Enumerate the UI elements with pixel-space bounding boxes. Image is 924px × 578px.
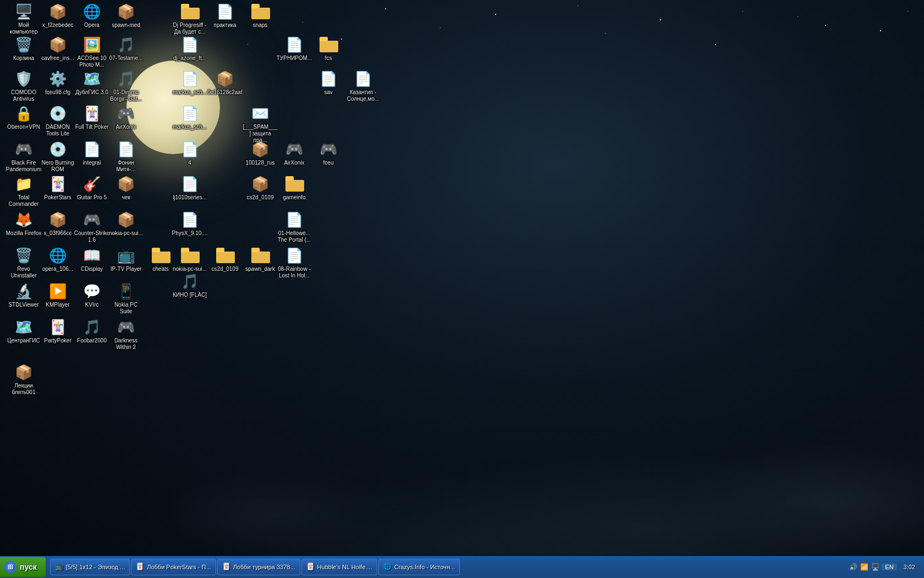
icon-label-darkness-within: Darkness Within 2 <box>107 337 145 351</box>
desktop-icon-comodo[interactable]: 🛡️COMODO Antivirus <box>4 70 43 103</box>
desktop-icon-markus-sch2[interactable]: 📄markus_sch... <box>170 105 209 131</box>
desktop-icon-dj-progresiff[interactable]: Dj Progresiff - Да будет с... <box>170 3 209 36</box>
desktop-icon-dj-azone-ft[interactable]: 📄dj_azone_ft... <box>170 36 209 62</box>
icon-label-dj-azone-ft: dj_azone_ft... <box>172 54 207 62</box>
desktop-icon-lj1010series[interactable]: 📄lj1010series... <box>170 175 209 201</box>
desktop-icon-x-03f966cc[interactable]: 📦x_03f966cc <box>38 211 77 237</box>
desktop-icon-cdisplay[interactable]: 📖CDisplay <box>73 247 111 273</box>
desktop-icon-nokia-pc-sui2[interactable]: nokia-pc-sui... <box>170 247 209 273</box>
desktop-icon-nokia-pc-sui[interactable]: 📦nokia-pc-sui... <box>107 211 145 237</box>
desktop-icon-cavfree-ins[interactable]: 📦cavfree_ins... <box>38 36 77 62</box>
icon-image-revo: 🗑️ <box>15 247 32 264</box>
desktop-icon-fcs[interactable]: fcs <box>309 36 348 62</box>
icon-image-spawn-dark <box>251 247 269 264</box>
desktop-icon-kmplayer[interactable]: ▶️KMPlayer <box>38 282 77 309</box>
desktop-icon-kazantin[interactable]: 📄Казантип - Солнце,мо... <box>344 70 382 103</box>
desktop-icon-darkness-within[interactable]: 🎮Darkness Within 2 <box>107 318 145 351</box>
icon-label-kino-flac: КИНО [FLAC] <box>172 291 208 299</box>
desktop-icon-turniromi[interactable]: 📄ТУРНИРОМ... <box>275 36 314 62</box>
icon-label-opera: Opera <box>83 21 101 29</box>
tray-icon-sound[interactable]: 🔊 <box>849 563 857 571</box>
icon-image-guitar-pro: 🎸 <box>83 175 101 193</box>
icon-image-turniromi: 📄 <box>285 36 303 53</box>
desktop-icon-airxonix[interactable]: 🎮AirXonix <box>107 105 145 131</box>
desktop-icon-fceu[interactable]: 🎮fceu <box>309 140 348 167</box>
desktop-icon-centralgis[interactable]: 🗺️ЦентранГИС <box>4 318 43 345</box>
icon-label-x-03f966cc: x_03f966cc <box>42 230 73 237</box>
desktop-icon-dublyagis[interactable]: 🗺️ДублГИС 3.0 <box>73 70 111 96</box>
desktop-icon-partypoker[interactable]: 🃏PartyPoker <box>38 318 77 345</box>
icon-label-01-hellowe: 01-Hellowe... The Portal (... <box>275 230 314 244</box>
taskbar-app-2-icon: 🃏 <box>136 563 145 571</box>
icon-image-kvirc: 💬 <box>83 282 101 300</box>
icon-label-turniromi: ТУРНИРОМ... <box>276 54 313 62</box>
taskbar-app-4[interactable]: 🃏 Hubble's NL Holfe.... <box>301 559 377 575</box>
icon-label-markus-sch1: markus_sch... <box>172 89 208 96</box>
desktop-icon-mozilla-firefox[interactable]: 🦊Mozilla Firefox <box>4 211 43 237</box>
desktop-icon-lekcii[interactable]: 📦Лекции блять001 <box>4 363 43 396</box>
desktop-icon-markus-sch1[interactable]: 📄markus_sch... <box>170 70 209 96</box>
desktop-icon-nero-burning[interactable]: 💿Nero Burning ROM <box>38 140 77 173</box>
icon-label-praktika: практика <box>212 21 237 29</box>
taskbar-app-3[interactable]: 🃏 Лобби турнира 3378... <box>217 559 300 575</box>
desktop-icon-my-computer[interactable]: 🖥️Мой компьютер <box>4 3 43 36</box>
icon-image-01-dimmu: 🎵 <box>117 70 135 88</box>
desktop-icon-fceu98[interactable]: ⚙️fceu98.cfg <box>38 70 77 96</box>
icon-image-0e16128c2aaf: 📦 <box>216 70 234 88</box>
desktop-icon-snaps[interactable]: snaps <box>241 3 279 29</box>
desktop-icon-spam-zaschita[interactable]: ✉️[___SPAM___] защита пра... <box>241 105 279 144</box>
icon-image-fceu: 🎮 <box>320 140 337 158</box>
desktop-icon-acdsee[interactable]: 🖼️ACDSee 10 Photo M... <box>73 36 111 69</box>
desktop-icon-01-hellowe[interactable]: 📄01-Hellowe... The Portal (... <box>275 211 314 244</box>
icon-label-01-dimmu: 01-Dimmu Borgir--Gat... <box>107 89 145 103</box>
start-button[interactable]: ⊞ пуск <box>0 557 46 577</box>
desktop-icon-full-tilt-poker[interactable]: 🃏Full Tilt Poker <box>73 105 111 131</box>
desktop-icon-01-dimmu[interactable]: 🎵01-Dimmu Borgir--Gat... <box>107 70 145 103</box>
desktop-icon-cs2d-0109-2[interactable]: cs2d_0109 <box>206 247 244 273</box>
desktop-icon-opera-106[interactable]: 🌐opera_106... <box>38 247 77 273</box>
desktop-icon-x-f2zebedec[interactable]: 📦x_f2zebedec <box>38 3 77 29</box>
desktop-icon-nokia-pc-suite[interactable]: 📱Nokia PC Suite <box>107 282 145 315</box>
desktop-icon-total-commander[interactable]: 📁Total Commander <box>4 175 43 208</box>
desktop-icon-chek[interactable]: 📦чек <box>107 175 145 201</box>
icon-label-markus-sch2: markus_sch... <box>172 123 208 131</box>
desktop-icon-kvirc[interactable]: 💬KVIrc <box>73 282 111 309</box>
icon-label-fcs: fcs <box>324 54 333 62</box>
desktop-icon-spawn-med[interactable]: 📦spawn-med <box>107 3 145 29</box>
desktop-icon-07-testame[interactable]: 🎵07-Testame... <box>107 36 145 62</box>
language-indicator[interactable]: EN <box>882 564 897 570</box>
desktop-icon-100128-rus[interactable]: 📦100128_rus <box>241 140 279 167</box>
taskbar-app-2[interactable]: 🃏 Лобби PokerStars - П... <box>131 559 216 575</box>
icon-image-foobar2000: 🎵 <box>83 318 101 336</box>
desktop-icon-korzina[interactable]: 🗑️Корзина <box>4 36 43 62</box>
desktop-icon-spawn-dark[interactable]: spawn_dark <box>241 247 279 273</box>
desktop-icon-revo[interactable]: 🗑️Revo Uninstaller <box>4 247 43 280</box>
desktop-icon-black-fire[interactable]: 🎮Black Fire Pandemonium <box>4 140 43 173</box>
desktop-icon-ip-tv-player[interactable]: 📺IP-TV Player <box>107 247 145 273</box>
desktop-icon-counter-strike[interactable]: 🎮Counter-Strike 1.6 <box>73 211 111 244</box>
taskbar-app-1[interactable]: 📺 [5/5] 1x12 - Эпизод ... <box>50 559 130 575</box>
desktop-icon-cs2d-0109[interactable]: 📦cs2d_0109 <box>241 175 279 201</box>
desktop-icon-praktika[interactable]: 📄практика <box>206 3 244 29</box>
desktop-icon-sav[interactable]: 📄sav <box>309 70 348 96</box>
desktop-icon-gameinfo[interactable]: gameinfo <box>275 175 314 201</box>
desktop-icon-guitar-pro[interactable]: 🎸Guitar Pro 5 <box>73 175 111 201</box>
desktop-icon-daemon-tools[interactable]: 💿DAEMON Tools Lite <box>38 105 77 138</box>
desktop-icon-4-file[interactable]: 📄4 <box>170 140 209 167</box>
desktop-icon-oberon-vpn[interactable]: 🔒Oberon+VPN <box>4 105 43 131</box>
desktop-icon-stdlviewer[interactable]: 🔬STDLViewer <box>4 282 43 309</box>
desktop-icon-kino-flac[interactable]: 🎵КИНО [FLAC] <box>170 272 209 299</box>
desktop-icon-fonin-mitya[interactable]: 📄Фонин Митя-... <box>107 140 145 173</box>
desktop-icon-opera[interactable]: 🌐Opera <box>73 3 111 29</box>
desktop-icon-integral[interactable]: 📄integral <box>73 140 111 167</box>
taskbar-app-5[interactable]: 🌐 Crazys.Info - Источн... <box>378 559 460 575</box>
desktop-icon-pokerstars[interactable]: 🃏PokerStars <box>38 175 77 201</box>
desktop-icon-airxonix2[interactable]: 🎮AirXonix <box>275 140 314 167</box>
desktop-icon-foobar2000[interactable]: 🎵Foobar2000 <box>73 318 111 345</box>
desktop-icon-physx[interactable]: 📄PhysX_9.10.... <box>170 211 209 237</box>
desktop-icon-08-rainbow[interactable]: 📄08-Rainbow - Lost In Hol... <box>275 247 314 280</box>
desktop-icon-0e16128c2aaf[interactable]: 📦0e16128c2aaf <box>206 70 244 96</box>
tray-icon-network[interactable]: 📶 <box>860 563 868 571</box>
tray-icon-display[interactable]: 🖥️ <box>871 563 879 571</box>
icon-image-daemon-tools: 💿 <box>49 105 67 122</box>
